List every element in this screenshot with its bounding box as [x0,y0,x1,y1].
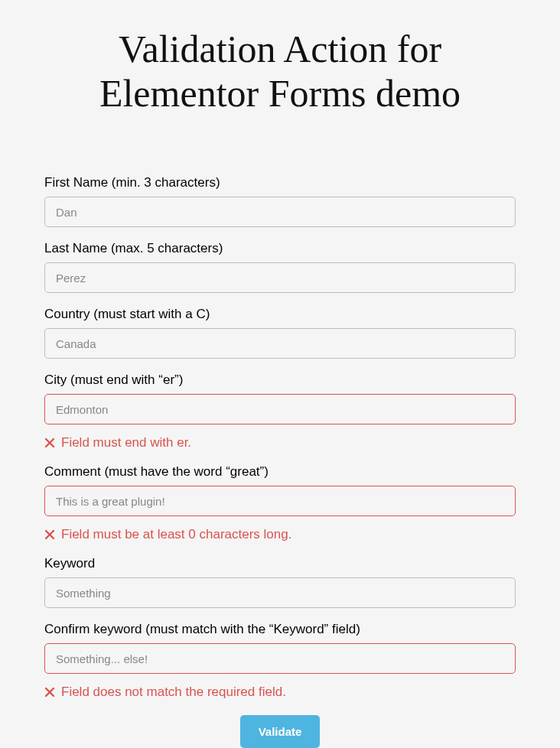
country-input[interactable] [44,328,516,359]
confirm-keyword-error: Field does not match the required field. [44,685,516,700]
confirm-keyword-error-text: Field does not match the required field. [61,685,286,700]
button-row: Validate [44,715,516,748]
comment-field: Comment (must have the word “great”) Fie… [44,464,516,542]
x-icon [44,529,55,540]
country-label: Country (must start with a C) [44,307,516,322]
keyword-label: Keyword [44,556,516,571]
comment-error: Field must be at least 0 characters long… [44,527,516,542]
first-name-label: First Name (min. 3 characters) [44,175,516,190]
x-icon [44,437,55,448]
country-field: Country (must start with a C) [44,307,516,359]
confirm-keyword-input[interactable] [44,643,516,674]
x-icon [44,687,55,698]
last-name-input[interactable] [44,262,516,293]
comment-input[interactable] [44,486,516,516]
comment-error-text: Field must be at least 0 characters long… [61,527,291,542]
last-name-field: Last Name (max. 5 characters) [44,241,516,293]
validate-button[interactable]: Validate [240,715,321,748]
city-label: City (must end with “er”) [44,372,516,388]
last-name-label: Last Name (max. 5 characters) [44,241,516,256]
city-field: City (must end with “er”) Field must end… [44,372,516,450]
first-name-input[interactable] [44,197,516,227]
keyword-input[interactable] [44,577,516,608]
first-name-field: First Name (min. 3 characters) [44,175,516,227]
confirm-keyword-label: Confirm keyword (must match with the “Ke… [44,622,516,637]
keyword-field: Keyword [44,556,516,608]
city-error-text: Field must end with er. [61,435,191,450]
city-input[interactable] [44,394,516,424]
page-title: Validation Action for Elementor Forms de… [44,28,516,115]
confirm-keyword-field: Confirm keyword (must match with the “Ke… [44,622,516,700]
comment-label: Comment (must have the word “great”) [44,464,516,480]
city-error: Field must end with er. [44,435,516,450]
